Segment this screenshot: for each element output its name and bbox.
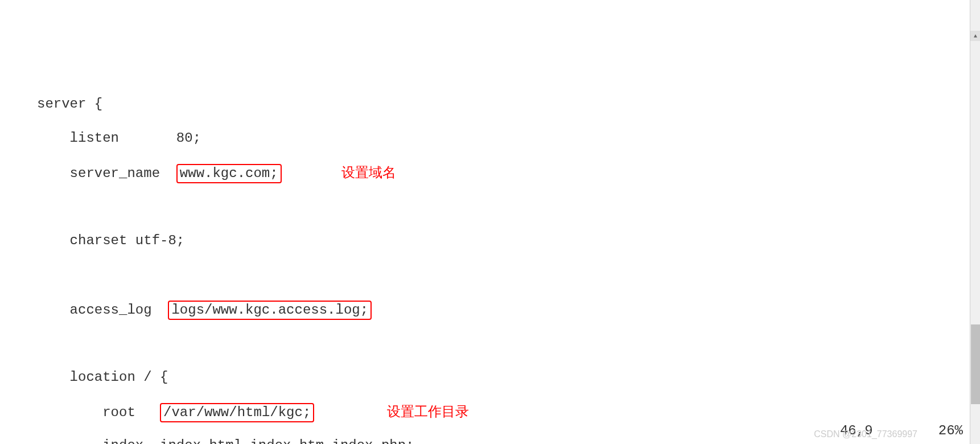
scroll-thumb[interactable] (971, 324, 980, 404)
annotation-workdir: 设置工作目录 (387, 403, 469, 420)
code-line: location / { (37, 369, 980, 386)
scroll-up-icon[interactable]: ▲ (970, 31, 980, 41)
code-text: location / { (37, 369, 168, 385)
code-line: access_log logs/www.kgc.access.log; (37, 301, 980, 318)
code-line (37, 266, 980, 283)
watermark: CSDN @2301_77369997 (814, 429, 917, 439)
code-line: charset utf-8; (37, 232, 980, 249)
code-text: access_log (37, 302, 168, 318)
highlighted-root: /var/www/html/kgc; (160, 403, 314, 422)
code-text: server_name (37, 166, 176, 181)
code-text: listen 80; (37, 130, 201, 146)
vertical-scrollbar[interactable]: ▲ (970, 0, 980, 444)
highlighted-access-log: logs/www.kgc.access.log; (168, 301, 372, 320)
code-text: root (37, 405, 160, 420)
code-text: charset utf-8; (37, 233, 184, 248)
highlighted-server-name: www.kgc.com; (176, 164, 282, 183)
code-line: server { (37, 96, 980, 113)
scroll-percent: 26% (938, 423, 963, 438)
code-line: listen 80; (37, 130, 980, 147)
code-text: server { (37, 96, 102, 112)
code-line (37, 335, 980, 352)
code-line: server_name www.kgc.com;设置域名 (37, 164, 980, 181)
code-text: index index.html index.htm index.php; (37, 438, 414, 444)
code-editor[interactable]: server { listen 80; server_name www.kgc.… (0, 61, 980, 444)
annotation-domain: 设置域名 (341, 164, 396, 181)
code-line (37, 198, 980, 215)
